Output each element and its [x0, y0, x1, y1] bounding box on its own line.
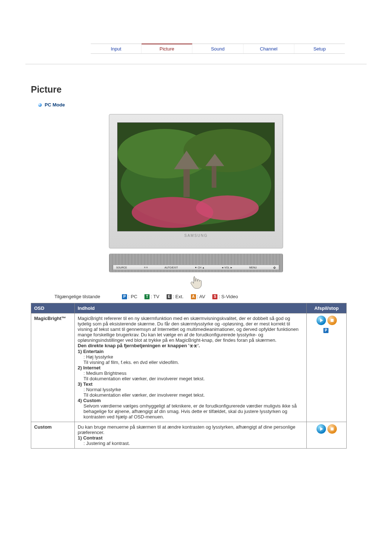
page-title: Picture	[31, 84, 367, 95]
th-indhold: Indhold	[75, 303, 307, 313]
row-magicbright-content: MagicBright refererer til en ny skærmfun…	[75, 313, 307, 422]
row-magicbright-title: MagicBright™	[31, 313, 75, 422]
tab-picture[interactable]: Picture	[142, 44, 192, 53]
btn-source[interactable]: SOURCE	[116, 266, 127, 269]
tab-input[interactable]: Input	[91, 44, 142, 53]
row-mode-badge-p: P	[323, 328, 328, 333]
mode-badge-p: P	[122, 294, 127, 299]
bullet-icon	[38, 103, 42, 107]
mode-badge-t: T	[144, 294, 150, 299]
tab-setup[interactable]: Setup	[294, 44, 345, 53]
stop-button[interactable]	[327, 424, 337, 434]
mode-badge-e: E	[167, 294, 172, 299]
monitor-control-bar: SOURCE ⚹⚹ AUTO/EXIT ▼ CH ▲ ◄ VOL ► MENU …	[109, 254, 283, 272]
menu-tabs: Input Picture Sound Channel Setup	[91, 44, 345, 54]
btn-channel[interactable]: ▼ CH ▲	[195, 266, 205, 269]
monitor-brand-label: SAMSUNG	[117, 234, 275, 238]
svg-point-5	[196, 195, 259, 220]
mode-badge-s: S	[212, 294, 217, 299]
play-button[interactable]	[317, 316, 326, 325]
th-osd: OSD	[31, 303, 75, 313]
svg-rect-6	[183, 169, 189, 197]
btn-menu[interactable]: MENU	[249, 266, 257, 269]
available-modes-row: Tilgængelige tilstande P: PC T: TV E: Ex…	[54, 294, 367, 299]
mode-heading: PC Mode	[45, 102, 65, 108]
available-modes-label: Tilgængelige tilstande	[54, 294, 100, 299]
btn-auto-exit[interactable]: AUTO/EXIT	[164, 266, 178, 269]
osd-table: OSD Indhold Afspil/stop MagicBright™ Mag…	[31, 303, 347, 449]
btn-volume[interactable]: ◄ VOL ►	[221, 266, 233, 269]
svg-rect-8	[212, 166, 216, 188]
tab-sound[interactable]: Sound	[192, 44, 243, 53]
mode-badge-a: A	[191, 294, 196, 299]
row-custom-content: Du kan bruge menuerne på skærmen til at …	[75, 422, 307, 449]
monitor-illustration: SAMSUNG SOURCE ⚹⚹ AUTO/EXIT ▼ CH ▲ ◄ VOL…	[109, 114, 283, 292]
th-afspil: Afspil/stop	[307, 303, 347, 313]
hand-pointer-icon	[109, 275, 283, 292]
btn-power[interactable]: ⏻	[273, 266, 276, 269]
play-button[interactable]	[317, 424, 326, 434]
stop-button[interactable]	[327, 316, 337, 325]
row-custom-title: Custom	[31, 422, 75, 449]
btn-misc[interactable]: ⚹⚹	[144, 266, 148, 269]
monitor-screen	[117, 122, 275, 231]
tab-channel[interactable]: Channel	[244, 44, 294, 53]
